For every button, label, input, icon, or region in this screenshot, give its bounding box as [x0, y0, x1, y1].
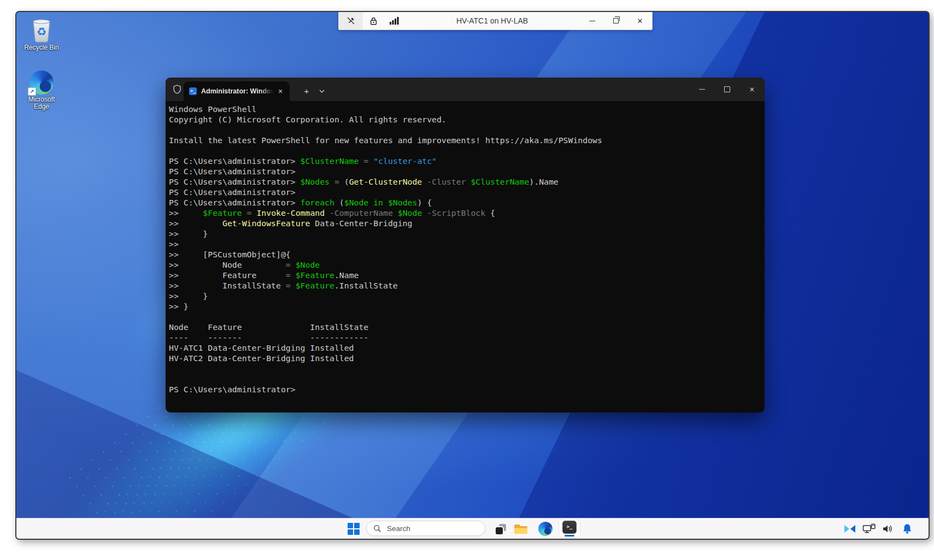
folder-icon — [514, 523, 528, 535]
terminal-line: Node Feature InstallState — [169, 322, 765, 332]
terminal-line: >> [PSCustomObject]@{ — [169, 249, 765, 260]
terminal-window: >_ Administrator: Windows Powe ✕ + — [166, 78, 765, 412]
unpin-toolbar-button[interactable] — [339, 12, 363, 30]
pin-off-icon — [346, 16, 356, 26]
taskbar-search[interactable]: Search — [366, 521, 485, 536]
search-icon — [373, 524, 381, 533]
terminal-minimize-button[interactable] — [689, 78, 714, 101]
terminal-line: Install the latest PowerShell for new fe… — [169, 135, 765, 145]
terminal-app-button[interactable]: >_ — [559, 520, 580, 538]
search-label: Search — [387, 524, 410, 533]
vm-restore-button[interactable] — [604, 12, 628, 30]
terminal-line: PS C:\Users\administrator> $Nodes = (Get… — [169, 176, 765, 187]
terminal-tab-title: Administrator: Windows Powe — [201, 87, 273, 95]
terminal-tab[interactable]: >_ Administrator: Windows Powe ✕ — [184, 81, 290, 101]
close-icon: ✕ — [749, 86, 755, 93]
task-view-icon — [496, 524, 506, 534]
vm-connection-bar: HV-ATC1 on HV-LAB ✕ — [338, 12, 653, 30]
network-tray-button[interactable] — [862, 522, 876, 536]
vm-minimize-button[interactable] — [580, 12, 604, 30]
terminal-line: PS C:\Users\administrator> $ClusterName … — [169, 156, 765, 166]
terminal-line: PS C:\Users\administrator> foreach ($Nod… — [169, 197, 765, 208]
windows-logo-icon — [348, 523, 360, 535]
terminal-line: ---- ------- ------------ — [169, 332, 765, 343]
tab-dropdown-button[interactable] — [315, 84, 329, 97]
volume-icon — [882, 524, 894, 534]
remote-session-tray-button[interactable] — [843, 522, 857, 536]
terminal-line — [169, 374, 765, 384]
terminal-line — [169, 145, 765, 156]
svg-text:♻: ♻ — [37, 25, 46, 38]
terminal-line — [169, 311, 765, 322]
chevron-down-icon — [319, 89, 325, 93]
desktop-icon-label: Recycle Bin — [21, 44, 62, 51]
terminal-line — [169, 363, 765, 374]
terminal-line: >> Get-WindowsFeature Data-Center-Bridgi… — [169, 218, 765, 228]
maximize-icon — [724, 86, 730, 92]
system-tray — [843, 518, 914, 539]
terminal-line: Windows PowerShell — [169, 104, 765, 114]
lock-icon — [369, 16, 378, 26]
notifications-bell-button[interactable] — [900, 522, 914, 536]
signal-bars-icon — [389, 16, 400, 25]
edge-icon — [538, 522, 553, 536]
terminal-line: >> $Feature = Invoke-Command -ComputerNa… — [169, 208, 765, 218]
terminal-line: >> } — [169, 301, 765, 311]
desktop-icon-label: Microsoft Edge — [21, 96, 62, 110]
vm-screen: ♻ Recycle Bin ↗ Microsoft Edge — [15, 11, 930, 540]
terminal-line: >> } — [169, 228, 765, 239]
connection-quality-indicator — [384, 12, 404, 30]
terminal-line: Copyright (C) Microsoft Corporation. All… — [169, 114, 765, 125]
desktop-icon-recycle-bin[interactable]: ♻ Recycle Bin — [21, 16, 62, 51]
terminal-line: >> } — [169, 291, 765, 301]
active-app-indicator — [565, 535, 574, 537]
terminal-line: HV-ATC1 Data-Center-Bridging Installed — [169, 343, 765, 353]
terminal-output[interactable]: Windows PowerShellCopyright (C) Microsof… — [166, 101, 765, 394]
terminal-line — [169, 125, 765, 135]
terminal-line: HV-ATC2 Data-Center-Bridging Installed — [169, 353, 765, 363]
minimize-icon — [589, 21, 595, 21]
remote-sync-icon — [844, 525, 855, 533]
terminal-line: PS C:\Users\administrator> — [169, 384, 765, 394]
vm-close-button[interactable]: ✕ — [628, 12, 652, 30]
secure-session-indicator — [363, 12, 384, 30]
taskbar: Search >_ — [16, 518, 929, 539]
terminal-titlebar: >_ Administrator: Windows Powe ✕ + — [166, 78, 765, 101]
terminal-line: >> Feature = $Feature.Name — [169, 270, 765, 280]
terminal-close-button[interactable]: ✕ — [739, 78, 765, 101]
notifications-bell-icon — [902, 523, 912, 534]
terminal-line: PS C:\Users\administrator> — [169, 187, 765, 197]
desktop-icon-microsoft-edge[interactable]: ↗ Microsoft Edge — [21, 68, 62, 110]
file-explorer-button[interactable] — [513, 522, 529, 536]
powershell-icon: >_ — [189, 87, 197, 95]
recycle-bin-icon: ♻ — [21, 16, 62, 43]
screenshot-page: ♻ Recycle Bin ↗ Microsoft Edge — [0, 0, 934, 560]
terminal-line: PS C:\Users\administrator> — [169, 166, 765, 176]
close-tab-button[interactable]: ✕ — [274, 85, 286, 97]
restore-icon — [613, 18, 619, 23]
terminal-line: >> — [169, 239, 765, 249]
terminal-line: >> InstallState = $Feature.InstallState — [169, 280, 765, 291]
edge-browser-button[interactable] — [537, 521, 554, 536]
volume-tray-button[interactable] — [881, 522, 895, 536]
shortcut-arrow-icon: ↗ — [28, 87, 36, 96]
terminal-maximize-button[interactable] — [714, 78, 739, 101]
terminal-line: >> Node = $Node — [169, 260, 765, 270]
vm-connection-title: HV-ATC1 on HV-LAB — [404, 12, 580, 30]
start-button[interactable] — [346, 522, 361, 536]
minimize-icon — [699, 89, 705, 90]
close-icon: ✕ — [637, 17, 643, 25]
edge-icon: ↗ — [30, 70, 54, 95]
task-view-button[interactable] — [493, 522, 508, 536]
new-tab-button[interactable]: + — [299, 84, 314, 97]
ethernet-network-icon — [862, 523, 876, 534]
admin-shield-icon — [173, 85, 181, 96]
terminal-icon: >_ — [562, 521, 577, 534]
